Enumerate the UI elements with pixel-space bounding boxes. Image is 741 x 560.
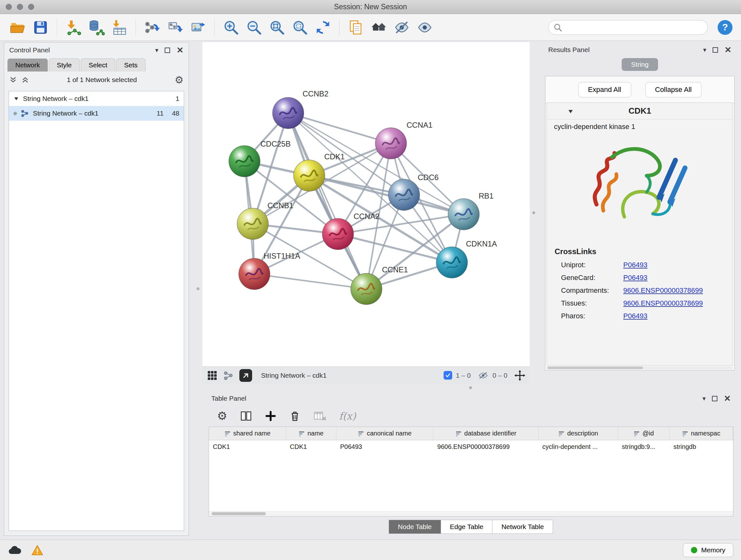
network-edge-HIST1H1A-CCNE1[interactable] — [254, 274, 366, 289]
hide-selected-button[interactable] — [391, 17, 412, 38]
zoom-fit-button[interactable] — [266, 17, 287, 38]
table-cell[interactable]: CDK1 — [286, 440, 336, 454]
tab-select[interactable]: Select — [81, 58, 115, 71]
network-node-CCNA1[interactable] — [375, 128, 407, 159]
new-network-button[interactable] — [142, 17, 163, 38]
import-table-from-file-button[interactable] — [109, 17, 130, 38]
crosslink-tissues-link[interactable]: 9606.ENSP00000378699 — [623, 299, 703, 307]
zoom-window-button[interactable] — [28, 4, 34, 10]
clone-network-button[interactable] — [165, 17, 186, 38]
table-horizontal-scrollbar[interactable] — [209, 511, 733, 516]
tab-network-table[interactable]: Network Table — [492, 520, 553, 534]
tab-style[interactable]: Style — [49, 58, 80, 71]
table-cell[interactable]: CDK1 — [209, 440, 286, 454]
memory-button[interactable]: Memory — [683, 543, 733, 557]
network-canvas[interactable]: CCNB2CCNA1CDC25BCDK1CDC6RB1CCNB1CCNA2CDK… — [202, 42, 530, 367]
import-network-from-database-button[interactable] — [86, 17, 107, 38]
show-columns-button[interactable] — [240, 410, 252, 422]
import-network-from-file-button[interactable] — [63, 17, 84, 38]
network-node-CCNA2[interactable] — [322, 219, 354, 250]
search-input[interactable] — [548, 20, 708, 35]
tab-sets[interactable]: Sets — [116, 58, 145, 71]
splitter-handle[interactable] — [469, 386, 472, 389]
minimize-window-button[interactable] — [17, 4, 23, 10]
copy-document-button[interactable] — [345, 17, 366, 38]
scrollbar-thumb[interactable] — [547, 367, 643, 369]
disclosure-triangle-icon[interactable] — [13, 96, 19, 102]
tab-edge-table[interactable]: Edge Table — [441, 520, 493, 534]
table-cell[interactable]: stringdb — [670, 440, 733, 454]
table-cell[interactable]: P06493 — [336, 440, 434, 454]
network-node-CCNB1[interactable] — [237, 208, 268, 240]
zoom-out-button[interactable] — [244, 17, 265, 38]
delete-column-button[interactable] — [289, 410, 300, 422]
splitter-handle[interactable] — [532, 211, 535, 214]
table-cell[interactable]: stringdb:9... — [618, 440, 670, 454]
tab-node-table[interactable]: Node Table — [389, 520, 441, 534]
float-panel-icon[interactable] — [713, 47, 718, 53]
network-node-CDKN1A[interactable] — [436, 247, 468, 278]
network-node-CCNB2[interactable] — [273, 98, 304, 129]
table-cell[interactable]: 9606.ENSP00000378699 — [433, 440, 538, 454]
network-edge-CDK1-RB1[interactable] — [309, 176, 464, 214]
expand-all-button[interactable]: Expand All — [578, 82, 631, 98]
network-edge-CCNB2-CCNE1[interactable] — [288, 113, 366, 289]
column-header-3[interactable]: database identifier — [433, 427, 538, 440]
selected-checkbox[interactable] — [444, 371, 452, 380]
tab-string[interactable]: String — [622, 58, 658, 71]
network-edge-CCNB2-CCNA1[interactable] — [288, 113, 391, 143]
hidden-eye-slash-icon[interactable] — [478, 371, 488, 380]
table-settings-button[interactable]: ⚙ — [217, 410, 227, 422]
panel-menu-icon[interactable]: ▾ — [155, 46, 158, 54]
warnings-button[interactable] — [31, 545, 44, 556]
grid-view-icon[interactable] — [207, 370, 218, 381]
network-node-CDK1[interactable] — [293, 160, 325, 191]
column-header-2[interactable]: canonical name — [336, 427, 434, 440]
splitter-handle[interactable] — [197, 287, 199, 290]
close-panel-icon[interactable]: ✕ — [724, 46, 731, 54]
show-all-button[interactable] — [414, 17, 435, 38]
panel-menu-icon[interactable]: ▾ — [702, 395, 705, 402]
open-in-new-window-button[interactable] — [239, 369, 252, 382]
crosslink-uniprot-link[interactable]: P06493 — [623, 261, 648, 269]
close-panel-icon[interactable]: ✕ — [177, 46, 184, 54]
open-session-button[interactable] — [7, 17, 28, 38]
network-node-RB1[interactable] — [448, 199, 479, 230]
save-session-button[interactable] — [30, 17, 51, 38]
network-node-HIST1H1A[interactable] — [239, 258, 270, 290]
network-options-gear-icon[interactable]: ⚙ — [175, 75, 184, 85]
pan-move-icon[interactable] — [515, 370, 525, 381]
panel-menu-icon[interactable]: ▾ — [703, 46, 706, 54]
protein-card-header[interactable]: CDK1 — [547, 103, 733, 119]
disclosure-triangle-icon[interactable] — [567, 108, 574, 115]
zoom-selected-button[interactable] — [289, 17, 311, 38]
float-panel-icon[interactable] — [165, 48, 170, 53]
scrollbar-thumb[interactable] — [212, 512, 266, 515]
float-panel-icon[interactable] — [712, 396, 718, 401]
column-header-5[interactable]: @id — [618, 427, 670, 440]
close-window-button[interactable] — [6, 4, 12, 10]
refresh-view-button[interactable] — [313, 17, 333, 38]
collapse-all-icon[interactable] — [9, 76, 17, 84]
network-node-CDC25B[interactable] — [229, 145, 260, 177]
create-column-button[interactable] — [265, 410, 276, 422]
table-cell[interactable]: cyclin-dependent ... — [539, 440, 618, 454]
crosslink-pharos-link[interactable]: P06493 — [623, 312, 648, 320]
cloud-status-button[interactable] — [8, 545, 22, 555]
expand-all-icon[interactable] — [21, 76, 29, 84]
column-header-1[interactable]: name — [286, 427, 336, 440]
network-collection-row[interactable]: String Network – cdk1 1 — [9, 91, 184, 106]
results-horizontal-scrollbar[interactable] — [547, 366, 733, 369]
column-header-0[interactable]: shared name — [209, 427, 286, 440]
tab-network[interactable]: Network — [7, 58, 48, 71]
export-image-button[interactable] — [188, 17, 209, 38]
network-node-CCNE1[interactable] — [351, 273, 382, 305]
network-row[interactable]: String Network – cdk1 11 48 — [9, 106, 184, 121]
table-row[interactable]: CDK1CDK1P064939606.ENSP00000378699cyclin… — [209, 440, 733, 454]
collapse-all-button[interactable]: Collapse All — [645, 82, 702, 98]
network-node-CDC6[interactable] — [388, 179, 420, 210]
crosslink-compartments-link[interactable]: 9606.ENSP00000378699 — [623, 287, 703, 295]
column-header-6[interactable]: namespac — [670, 427, 733, 440]
home-view-button[interactable] — [368, 17, 389, 38]
close-panel-icon[interactable]: ✕ — [724, 394, 731, 402]
